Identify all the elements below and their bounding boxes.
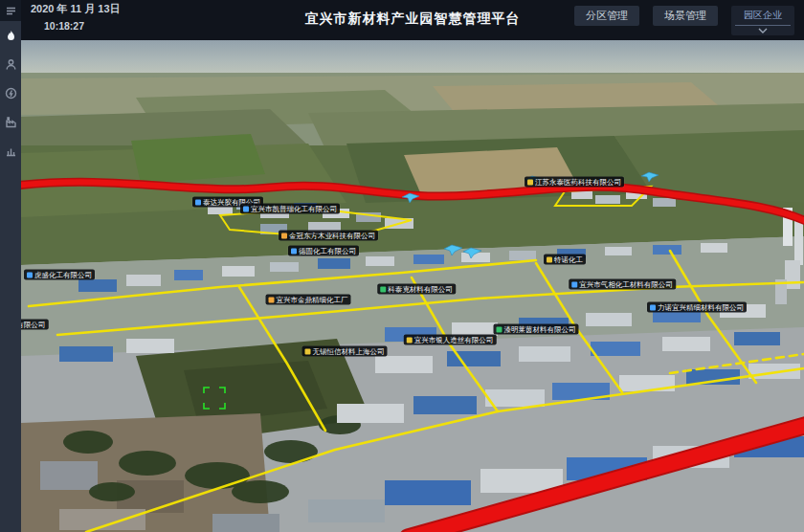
company-marker-icon xyxy=(281,233,287,238)
sidebar-item-0[interactable] xyxy=(0,0,21,21)
company-label[interactable]: 宜兴市气相化工材料有限公司 xyxy=(569,279,676,290)
park-enterprise-label: 园区企业 xyxy=(735,9,791,26)
sidebar-item-2[interactable] xyxy=(0,50,21,78)
company-marker-icon xyxy=(380,286,386,292)
flame-icon xyxy=(5,30,17,42)
company-label[interactable]: 力诺宜兴精细材料有限公司 xyxy=(647,302,747,313)
company-label[interactable]: 漆明莱茵材料有限公司 xyxy=(494,324,579,335)
company-label[interactable]: 宜兴市金鼎精细化工厂 xyxy=(266,295,351,305)
company-marker-icon xyxy=(243,206,249,211)
map-3d-viewport[interactable]: 泰达兴胶有限公司 宜兴市凯普瑞化工有限公司 金冠东方木业科技有限公司 德固化工有… xyxy=(21,40,804,532)
company-marker-icon xyxy=(291,248,297,254)
bar-chart-icon xyxy=(5,144,17,157)
company-label[interactable]: 宜兴市银人造丝有限公司 xyxy=(404,335,497,345)
scene-manage-button[interactable]: 场景管理 xyxy=(653,6,718,26)
top-header: 2020 年 11 月 13日 10:18:27 宜兴市新材料产业园智慧管理平台… xyxy=(21,0,804,40)
company-label[interactable]: 宜兴市川银科技有限公司 xyxy=(21,320,48,330)
company-label[interactable]: 无锡恒信材料上海公司 xyxy=(302,346,388,357)
user-icon xyxy=(5,58,17,71)
company-label[interactable]: 科泰克材料有限公司 xyxy=(377,284,456,295)
company-marker-icon xyxy=(650,304,656,310)
company-label[interactable]: 江苏永泰医药科技有限公司 xyxy=(525,177,624,188)
company-marker-icon xyxy=(547,256,552,262)
company-marker-icon xyxy=(269,297,275,302)
company-marker-icon xyxy=(195,199,201,205)
company-label[interactable]: 特诺化工 xyxy=(544,255,586,265)
company-label[interactable]: 金冠东方木业科技有限公司 xyxy=(279,231,378,241)
company-marker-icon xyxy=(527,179,533,185)
tool-sidebar xyxy=(0,0,21,532)
sidebar-item-1[interactable] xyxy=(0,21,21,50)
company-marker-icon xyxy=(305,348,311,354)
sidebar-item-4[interactable] xyxy=(0,107,21,136)
company-label[interactable]: 德固化工有限公司 xyxy=(288,246,359,256)
company-marker-icon xyxy=(27,272,33,277)
sidebar-item-3[interactable] xyxy=(0,78,21,107)
company-marker-icon xyxy=(571,281,577,287)
park-enterprise-dropdown[interactable]: 园区企业 xyxy=(731,6,794,35)
company-label[interactable]: 宜兴市凯普瑞化工有限公司 xyxy=(240,204,340,214)
company-marker-icon xyxy=(407,337,413,343)
company-label[interactable]: 虎盛化工有限公司 xyxy=(24,270,95,280)
menu-icon xyxy=(5,5,17,17)
company-marker-icon xyxy=(497,326,502,332)
sidebar-item-5[interactable] xyxy=(0,136,21,165)
zone-manage-button[interactable]: 分区管理 xyxy=(574,6,639,26)
app-window: 2020 年 11 月 13日 10:18:27 宜兴市新材料产业园智慧管理平台… xyxy=(0,0,804,532)
power-icon xyxy=(5,87,17,100)
factory-icon xyxy=(5,116,17,128)
chevron-down-icon xyxy=(735,26,791,33)
